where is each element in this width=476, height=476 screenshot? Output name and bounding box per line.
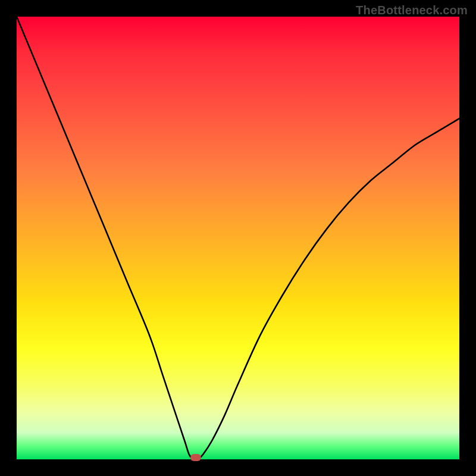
watermark-text: TheBottleneck.com	[356, 4, 468, 17]
optimal-point-marker	[190, 454, 201, 461]
plot-area	[17, 17, 459, 459]
chart-container: TheBottleneck.com	[0, 0, 476, 476]
